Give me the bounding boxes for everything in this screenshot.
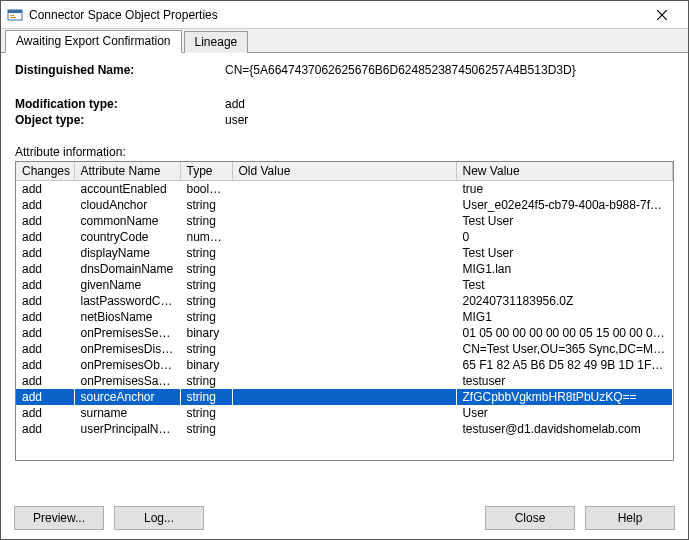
cell-old xyxy=(232,389,456,405)
dn-value: CN={5A6647437062625676B6D624852387450625… xyxy=(225,63,674,77)
cell-changes: add xyxy=(16,325,74,341)
table-row[interactable]: addcountryCodenumber0 xyxy=(16,229,673,245)
cell-attr: sourceAnchor xyxy=(74,389,180,405)
tab-content: Distinguished Name: CN={5A66474370626256… xyxy=(1,53,688,467)
cell-attr: givenName xyxy=(74,277,180,293)
cell-attr: onPremisesObjec... xyxy=(74,357,180,373)
col-changes[interactable]: Changes xyxy=(16,162,74,181)
table-row[interactable]: adddisplayNamestringTest User xyxy=(16,245,673,261)
svg-rect-3 xyxy=(10,17,16,18)
cell-type: boolean xyxy=(180,181,232,198)
tab-label: Lineage xyxy=(195,35,238,49)
cell-old xyxy=(232,325,456,341)
tab-awaiting-export[interactable]: Awaiting Export Confirmation xyxy=(5,30,182,53)
table-row[interactable]: addonPremisesObjec...binary65 F1 82 A5 B… xyxy=(16,357,673,373)
cell-new: testuser@d1.davidshomelab.com xyxy=(456,421,673,437)
table-row[interactable]: adddnsDomainNamestringMIG1.lan xyxy=(16,261,673,277)
cell-type: string xyxy=(180,213,232,229)
svg-rect-2 xyxy=(10,15,14,16)
object-type-value: user xyxy=(225,113,674,127)
tab-lineage[interactable]: Lineage xyxy=(184,31,249,53)
table-row[interactable]: addsurnamestringUser xyxy=(16,405,673,421)
modification-type-value: add xyxy=(225,97,674,111)
tab-label: Awaiting Export Confirmation xyxy=(16,34,171,48)
cell-old xyxy=(232,405,456,421)
cell-changes: add xyxy=(16,213,74,229)
table-row[interactable]: addcloudAnchorstringUser_e02e24f5-cb79-4… xyxy=(16,197,673,213)
cell-attr: netBiosName xyxy=(74,309,180,325)
close-button[interactable]: Close xyxy=(485,506,575,530)
table-row[interactable]: addaccountEnabledbooleantrue xyxy=(16,181,673,198)
tab-strip: Awaiting Export Confirmation Lineage xyxy=(1,29,688,53)
cell-attr: surname xyxy=(74,405,180,421)
dn-label: Distinguished Name: xyxy=(15,63,225,77)
cell-new: CN=Test User,OU=365 Sync,DC=MIG1,D... xyxy=(456,341,673,357)
cell-attr: onPremisesDistin... xyxy=(74,341,180,357)
table-row[interactable]: addonPremisesDistin...stringCN=Test User… xyxy=(16,341,673,357)
cell-new: Test xyxy=(456,277,673,293)
cell-attr: onPremisesSamA... xyxy=(74,373,180,389)
table-row[interactable]: adduserPrincipalNamestringtestuser@d1.da… xyxy=(16,421,673,437)
cell-attr: commonName xyxy=(74,213,180,229)
cell-old xyxy=(232,197,456,213)
cell-new: User xyxy=(456,405,673,421)
cell-changes: add xyxy=(16,373,74,389)
cell-old xyxy=(232,373,456,389)
cell-attr: onPremisesSecurit... xyxy=(74,325,180,341)
close-icon xyxy=(657,10,667,20)
cell-new: 65 F1 82 A5 B6 D5 82 49 9B 1D 1F 2D 3... xyxy=(456,357,673,373)
cell-old xyxy=(232,181,456,198)
attribute-table[interactable]: Changes Attribute Name Type Old Value Ne… xyxy=(15,161,674,461)
table-row[interactable]: addnetBiosNamestringMIG1 xyxy=(16,309,673,325)
cell-changes: add xyxy=(16,421,74,437)
cell-type: binary xyxy=(180,357,232,373)
cell-type: string xyxy=(180,405,232,421)
cell-new: MIG1 xyxy=(456,309,673,325)
svg-rect-1 xyxy=(8,10,22,13)
cell-attr: lastPasswordCha... xyxy=(74,293,180,309)
help-button[interactable]: Help xyxy=(585,506,675,530)
cell-changes: add xyxy=(16,405,74,421)
cell-type: number xyxy=(180,229,232,245)
table-row[interactable]: addsourceAnchorstringZfGCpbbVgkmbHR8tPbU… xyxy=(16,389,673,405)
cell-attr: countryCode xyxy=(74,229,180,245)
table-row[interactable]: addcommonNamestringTest User xyxy=(16,213,673,229)
cell-attr: accountEnabled xyxy=(74,181,180,198)
table-header-row: Changes Attribute Name Type Old Value Ne… xyxy=(16,162,673,181)
cell-old xyxy=(232,261,456,277)
cell-attr: dnsDomainName xyxy=(74,261,180,277)
cell-changes: add xyxy=(16,229,74,245)
table-row[interactable]: addonPremisesSamA...stringtestuser xyxy=(16,373,673,389)
cell-type: string xyxy=(180,197,232,213)
cell-old xyxy=(232,229,456,245)
object-type-label: Object type: xyxy=(15,113,225,127)
cell-attr: userPrincipalName xyxy=(74,421,180,437)
close-window-button[interactable] xyxy=(642,4,682,26)
col-old-value[interactable]: Old Value xyxy=(232,162,456,181)
app-icon xyxy=(7,7,23,23)
cell-changes: add xyxy=(16,277,74,293)
col-type[interactable]: Type xyxy=(180,162,232,181)
cell-old xyxy=(232,357,456,373)
table-row[interactable]: addlastPasswordCha...string2024073118395… xyxy=(16,293,673,309)
cell-new: 01 05 00 00 00 00 00 05 15 00 00 00 F0 1… xyxy=(456,325,673,341)
cell-new: 20240731183956.0Z xyxy=(456,293,673,309)
cell-type: binary xyxy=(180,325,232,341)
table-row[interactable]: addgivenNamestringTest xyxy=(16,277,673,293)
cell-new: ZfGCpbbVgkmbHR8tPbUzKQ== xyxy=(456,389,673,405)
cell-new: true xyxy=(456,181,673,198)
log-button[interactable]: Log... xyxy=(114,506,204,530)
table-row[interactable]: addonPremisesSecurit...binary01 05 00 00… xyxy=(16,325,673,341)
cell-type: string xyxy=(180,421,232,437)
cell-old xyxy=(232,213,456,229)
cell-attr: cloudAnchor xyxy=(74,197,180,213)
cell-changes: add xyxy=(16,293,74,309)
cell-type: string xyxy=(180,389,232,405)
col-attribute-name[interactable]: Attribute Name xyxy=(74,162,180,181)
cell-type: string xyxy=(180,341,232,357)
attribute-info-label: Attribute information: xyxy=(15,145,674,159)
cell-type: string xyxy=(180,293,232,309)
preview-button[interactable]: Preview... xyxy=(14,506,104,530)
cell-changes: add xyxy=(16,261,74,277)
col-new-value[interactable]: New Value xyxy=(456,162,673,181)
